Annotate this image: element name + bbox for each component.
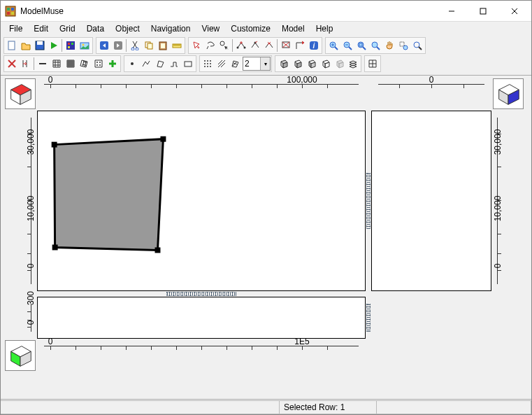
svg-rect-79 [155, 247, 161, 253]
svg-point-74 [204, 66, 206, 67]
ruler-top-side: 0 [371, 77, 491, 111]
polygon-object[interactable] [55, 139, 164, 251]
close-button[interactable] [498, 1, 530, 21]
menu-view[interactable]: View [196, 22, 225, 35]
vertex-del-button[interactable] [262, 38, 276, 52]
spinner-arrow[interactable]: ▾ [260, 57, 270, 70]
polygon-tool-button[interactable] [153, 57, 167, 71]
svg-rect-23 [148, 43, 152, 49]
select-point-button[interactable] [217, 38, 231, 52]
hatch1-button[interactable] [215, 57, 229, 71]
menubar: File Edit Grid Data Object Navigation Vi… [1, 22, 531, 36]
image-button[interactable] [78, 38, 92, 52]
menu-customize[interactable]: Customize [225, 22, 276, 35]
cube-view-top-icon[interactable] [5, 78, 36, 109]
vertex-add-button[interactable] [234, 38, 248, 52]
paste-button[interactable] [156, 38, 170, 52]
svg-rect-11 [37, 41, 43, 45]
cube-side-button[interactable] [304, 57, 318, 71]
cube-layer-button[interactable] [346, 57, 360, 71]
program-button[interactable] [64, 38, 78, 52]
maximize-button[interactable] [467, 1, 498, 21]
menu-model[interactable]: Model [276, 22, 310, 35]
goto-button[interactable] [293, 38, 307, 52]
dots-tool-button[interactable] [201, 57, 215, 71]
move-grid-button[interactable] [19, 57, 33, 71]
cube-view-side-icon[interactable] [493, 78, 524, 109]
info-button[interactable]: i [307, 38, 321, 52]
show-hide-button[interactable] [279, 38, 293, 52]
splitter-horizontal[interactable] [37, 291, 366, 297]
hatch2-button[interactable] [229, 57, 243, 71]
open-button[interactable] [19, 38, 33, 52]
svg-point-76 [210, 66, 211, 67]
svg-point-53 [414, 42, 419, 48]
side-view-panel[interactable] [371, 111, 491, 291]
grid-angle-button[interactable] [78, 57, 92, 71]
point-tool-button[interactable] [125, 57, 139, 71]
svg-point-17 [82, 44, 85, 46]
layer-spinner[interactable]: ▾ [243, 57, 271, 71]
menu-file[interactable]: File [3, 22, 28, 35]
menu-navigation[interactable]: Navigation [145, 22, 196, 35]
cube-top-button[interactable] [276, 57, 290, 71]
zoom-in-button[interactable] [326, 38, 340, 52]
pointer-button[interactable] [189, 38, 203, 52]
menu-edit[interactable]: Edit [28, 22, 54, 35]
splitter-horizontal-side[interactable] [371, 291, 491, 297]
svg-point-61 [99, 62, 101, 63]
delete-grid-button[interactable] [5, 57, 19, 71]
new-button[interactable] [5, 38, 19, 52]
grid-dots-button[interactable] [92, 57, 106, 71]
cube-dim-button[interactable] [332, 57, 346, 71]
lasso-button[interactable] [203, 38, 217, 52]
polyline-seg-button[interactable] [167, 57, 181, 71]
pan-button[interactable] [382, 38, 396, 52]
grid-dense-button[interactable] [64, 57, 78, 71]
cube-front-button[interactable] [290, 57, 304, 71]
zoom-mag-button[interactable] [410, 38, 424, 52]
svg-rect-2 [11, 8, 14, 10]
menu-object[interactable]: Object [110, 22, 145, 35]
top-view-panel[interactable] [37, 111, 366, 291]
zoom-select-button[interactable] [396, 38, 410, 52]
layer-value[interactable] [243, 59, 260, 69]
svg-rect-80 [52, 245, 58, 251]
copy-button[interactable] [142, 38, 156, 52]
menu-grid[interactable]: Grid [54, 22, 81, 35]
cube-view-front-icon[interactable] [5, 340, 36, 371]
add-button[interactable] [106, 57, 120, 71]
splitter-vertical-bottom[interactable] [366, 297, 371, 339]
cube-wire-button[interactable] [318, 57, 332, 71]
zoom-window-button[interactable] [354, 38, 368, 52]
undo-button[interactable] [97, 38, 111, 52]
svg-point-32 [220, 41, 224, 45]
vertex-move-button[interactable] [248, 38, 262, 52]
grid-button[interactable] [50, 57, 64, 71]
zoom-extents-button[interactable] [368, 38, 382, 52]
menu-help[interactable]: Help [310, 22, 339, 35]
run-button[interactable] [47, 38, 61, 52]
rect-tool-button[interactable] [181, 57, 195, 71]
redo-button[interactable] [111, 38, 125, 52]
svg-rect-15 [68, 46, 70, 48]
menu-data[interactable]: Data [81, 22, 110, 35]
zoom-out-button[interactable] [340, 38, 354, 52]
minimize-button[interactable] [436, 1, 467, 21]
showgrid-button[interactable] [366, 57, 380, 71]
svg-point-69 [207, 60, 208, 62]
cut-button[interactable] [128, 38, 142, 52]
ruler-bottom-front: 0 1E5 [37, 339, 366, 372]
line-button[interactable] [36, 57, 50, 71]
ruler-button[interactable] [170, 38, 184, 52]
svg-rect-9 [8, 41, 15, 50]
svg-line-45 [349, 47, 352, 50]
svg-text:i: i [313, 42, 315, 50]
save-button[interactable] [33, 38, 47, 52]
svg-point-68 [204, 60, 206, 62]
polyline-tool-button[interactable] [139, 57, 153, 71]
svg-point-72 [207, 63, 208, 64]
front-view-panel[interactable] [37, 297, 366, 339]
splitter-vertical[interactable] [366, 111, 371, 291]
svg-line-48 [363, 47, 366, 50]
